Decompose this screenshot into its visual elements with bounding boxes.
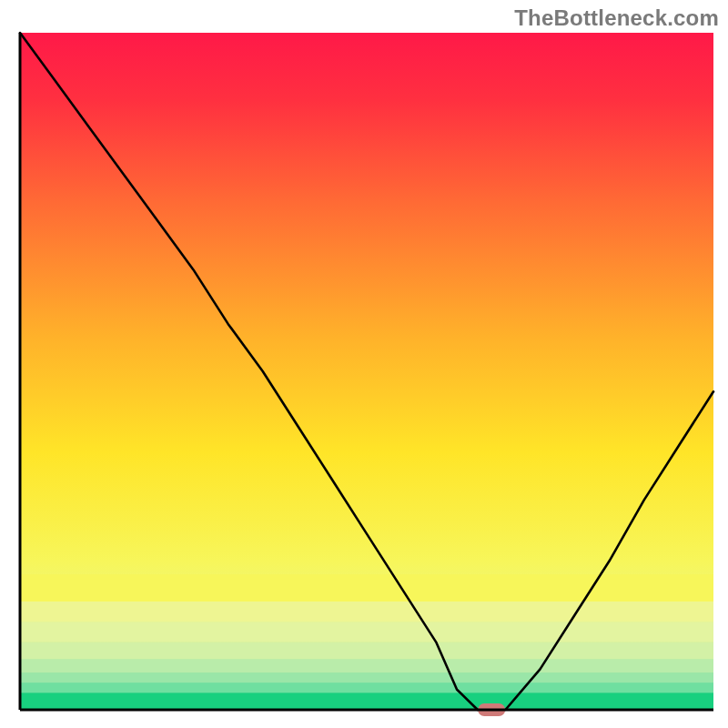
chart-container: TheBottleneck.com <box>0 0 728 728</box>
watermark-text: TheBottleneck.com <box>514 5 719 31</box>
gradient-band <box>20 659 713 672</box>
gradient-band <box>20 574 713 602</box>
gradient-band <box>20 642 713 660</box>
gradient-band <box>20 693 713 710</box>
gradient-band <box>20 622 713 642</box>
gradient-band <box>20 602 713 622</box>
gradient-band <box>20 682 713 693</box>
gradient-band <box>20 672 713 682</box>
bottleneck-chart <box>0 0 728 728</box>
